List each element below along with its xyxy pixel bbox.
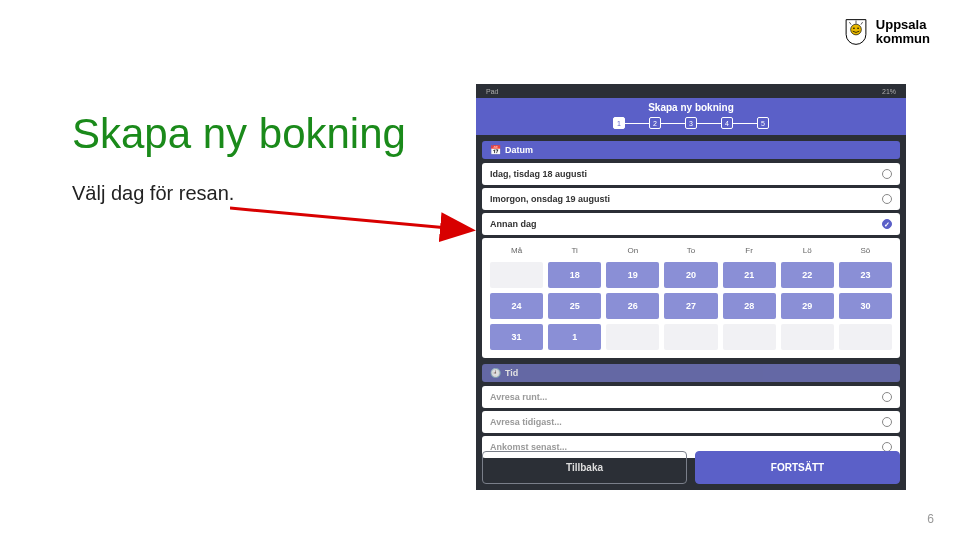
radio-unchecked-icon [882, 194, 892, 204]
section-time-label: Tid [505, 368, 518, 378]
option-depart-earliest[interactable]: Avresa tidigast... [482, 411, 900, 433]
calendar-day[interactable]: 25 [548, 293, 601, 319]
step-1: 1 [613, 117, 625, 129]
dow-label: To [664, 244, 717, 257]
status-left: Pad [486, 88, 498, 95]
calendar-day[interactable]: 20 [664, 262, 717, 288]
page-number: 6 [927, 512, 934, 526]
svg-point-2 [857, 27, 859, 29]
option-tomorrow-label: Imorgon, onsdag 19 augusti [490, 194, 610, 204]
calendar-day[interactable]: 24 [490, 293, 543, 319]
step-2: 2 [649, 117, 661, 129]
calendar-day[interactable]: 22 [781, 262, 834, 288]
dow-label: Sö [839, 244, 892, 257]
status-right: 21% [882, 88, 896, 95]
calendar-day[interactable]: 28 [723, 293, 776, 319]
progress-stepper: 12345 [476, 117, 906, 129]
step-4: 4 [721, 117, 733, 129]
app-screenshot: Pad 21% Skapa ny bokning 12345 📅 Datum I… [476, 84, 906, 490]
calendar-day[interactable]: 19 [606, 262, 659, 288]
calendar-icon: 📅 [490, 145, 501, 155]
uppsala-kommun-logo: Uppsala kommun [842, 18, 930, 46]
calendar-empty-cell [490, 262, 543, 288]
svg-line-4 [849, 22, 851, 24]
radio-unchecked-icon [882, 169, 892, 179]
app-header-title: Skapa ny bokning [476, 102, 906, 113]
calendar-day[interactable]: 23 [839, 262, 892, 288]
continue-button[interactable]: FORTSÄTT [695, 451, 900, 484]
option-other-day[interactable]: Annan dag [482, 213, 900, 235]
calendar-empty-cell [781, 324, 834, 350]
option-depart-earliest-label: Avresa tidigast... [490, 417, 562, 427]
calendar-empty-cell [664, 324, 717, 350]
red-arrow [230, 200, 480, 250]
section-date-label: Datum [505, 145, 533, 155]
logo-text-line1: Uppsala [876, 18, 930, 32]
calendar: MåTiOnToFrLöSö 1819202122232425262728293… [482, 238, 900, 358]
calendar-day[interactable]: 29 [781, 293, 834, 319]
step-3: 3 [685, 117, 697, 129]
radio-unchecked-icon [882, 392, 892, 402]
step-5: 5 [757, 117, 769, 129]
status-bar: Pad 21% [476, 84, 906, 98]
calendar-day[interactable]: 26 [606, 293, 659, 319]
dow-label: On [606, 244, 659, 257]
calendar-day[interactable]: 21 [723, 262, 776, 288]
logo-text-line2: kommun [876, 32, 930, 46]
calendar-empty-cell [606, 324, 659, 350]
svg-point-1 [853, 27, 855, 29]
svg-line-6 [230, 208, 470, 230]
back-button[interactable]: Tillbaka [482, 451, 687, 484]
option-today[interactable]: Idag, tisdag 18 augusti [482, 163, 900, 185]
radio-checked-icon [882, 219, 892, 229]
calendar-day[interactable]: 1 [548, 324, 601, 350]
calendar-day[interactable]: 18 [548, 262, 601, 288]
calendar-day[interactable]: 30 [839, 293, 892, 319]
dow-label: Lö [781, 244, 834, 257]
option-tomorrow[interactable]: Imorgon, onsdag 19 augusti [482, 188, 900, 210]
clock-icon: 🕘 [490, 368, 501, 378]
footer-buttons: Tillbaka FORTSÄTT [482, 451, 900, 484]
calendar-empty-cell [839, 324, 892, 350]
slide-subtitle: Välj dag för resan. [72, 182, 234, 205]
svg-line-5 [861, 22, 863, 24]
dow-label: Må [490, 244, 543, 257]
section-date-header: 📅 Datum [482, 141, 900, 159]
option-today-label: Idag, tisdag 18 augusti [490, 169, 587, 179]
app-header: Skapa ny bokning 12345 [476, 98, 906, 135]
slide-title: Skapa ny bokning [72, 110, 406, 158]
radio-unchecked-icon [882, 417, 892, 427]
dow-label: Fr [723, 244, 776, 257]
calendar-day[interactable]: 27 [664, 293, 717, 319]
dow-label: Ti [548, 244, 601, 257]
option-depart-around-label: Avresa runt... [490, 392, 547, 402]
calendar-day[interactable]: 31 [490, 324, 543, 350]
calendar-empty-cell [723, 324, 776, 350]
option-depart-around[interactable]: Avresa runt... [482, 386, 900, 408]
svg-point-0 [850, 24, 861, 35]
crest-icon [842, 18, 870, 46]
section-time-header: 🕘 Tid [482, 364, 900, 382]
option-other-day-label: Annan dag [490, 219, 537, 229]
